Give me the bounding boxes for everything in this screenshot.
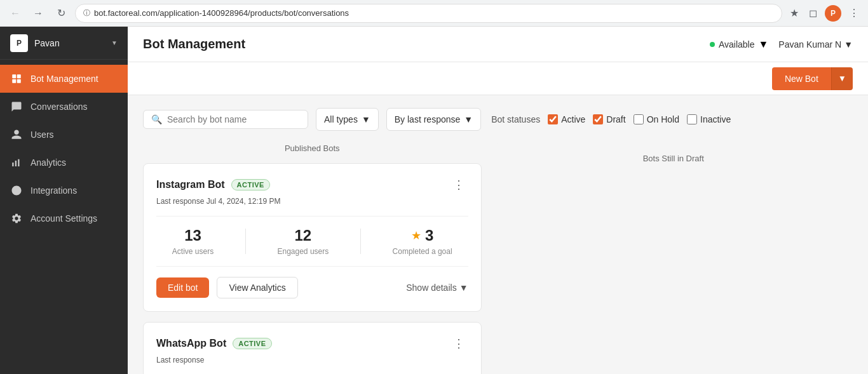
account-settings-icon [10,212,23,225]
header-right: Available ▼ Pavan Kumar N ▼ [710,39,853,50]
sidebar-item-integrations[interactable]: Integrations [0,177,128,204]
instagram-bot-last-response: Last response Jul 4, 2024, 12:19 PM [156,197,468,206]
engaged-users-value: 12 [278,227,329,244]
completed-goal-label: Completed a goal [393,247,452,256]
sidebar-users-label: Users [31,130,54,140]
draft-bots-header: Bots Still in Draft [505,154,843,163]
instagram-show-details-button[interactable]: Show details ▼ [406,283,468,293]
completed-goal-value: 3 [425,227,433,244]
sidebar-item-analytics[interactable]: Analytics [0,149,128,177]
all-types-label: All types [324,114,358,124]
new-bot-btn-group: New Bot ▼ [772,67,853,90]
extensions-button[interactable]: ◻ [806,4,820,22]
new-bot-dropdown-button[interactable]: ▼ [831,67,853,90]
back-button[interactable]: ← [6,4,24,22]
active-checkbox-item[interactable]: Active [548,114,585,124]
integrations-icon [10,184,23,197]
instagram-edit-bot-button[interactable]: Edit bot [156,277,209,298]
whatsapp-bot-name-row: WhatsApp Bot ACTIVE [156,338,272,349]
workspace-name: Pavan [34,38,60,48]
browser-chrome: ← → ↻ ⓘ bot.factoreal.com/application-14… [0,0,868,27]
page-title: Bot Management [143,37,245,51]
sidebar-item-bot-management[interactable]: Bot Management [0,65,128,93]
instagram-bot-name: Instagram Bot [156,179,225,190]
instagram-bot-name-row: Instagram Bot ACTIVE [156,179,270,190]
engaged-users-label: Engaged users [278,247,329,256]
workspace-chevron-icon: ▼ [111,39,118,46]
menu-button[interactable]: ⋮ [846,4,862,22]
on-hold-checkbox-item[interactable]: On Hold [634,114,679,124]
user-chevron-icon: ▼ [844,39,853,50]
draft-checkbox-item[interactable]: Draft [593,114,625,124]
sidebar-item-account-settings[interactable]: Account Settings [0,204,128,232]
filter-bar: 🔍 All types ▼ By last response ▼ Bot sta… [143,108,853,131]
app-container: P Pavan ▼ Bot Management Conversations [0,27,868,374]
draft-checkbox-label: Draft [606,114,625,124]
instagram-bot-actions: Edit bot View Analytics Show details ▼ [156,277,468,298]
inactive-checkbox[interactable] [687,114,697,124]
analytics-icon [10,156,23,169]
url-bar[interactable]: ⓘ bot.factoreal.com/application-14009289… [75,4,782,23]
search-input[interactable] [167,114,300,124]
inactive-checkbox-item[interactable]: Inactive [687,114,731,124]
show-details-chevron-icon: ▼ [459,283,468,293]
active-checkbox[interactable] [548,114,558,124]
bot-sections: Published Bots Instagram Bot ACTIVE ⋮ La… [143,144,853,374]
engaged-users-stat: 12 Engaged users [278,227,329,256]
sidebar-item-users[interactable]: Users [0,121,128,149]
whatsapp-bot-last-response: Last response [156,356,468,364]
instagram-view-analytics-button[interactable]: View Analytics [217,277,297,298]
whatsapp-bot-name: WhatsApp Bot [156,338,226,349]
workspace-selector[interactable]: P Pavan [10,34,60,52]
instagram-bot-status-badge: ACTIVE [231,179,270,190]
all-types-chevron-icon: ▼ [362,114,370,124]
search-box[interactable]: 🔍 [143,110,308,129]
sidebar: P Pavan ▼ Bot Management Conversations [0,27,128,374]
bot-statuses-label: Bot statuses [491,114,540,124]
inactive-checkbox-label: Inactive [700,114,731,124]
draft-checkbox[interactable] [593,114,603,124]
star-icon: ★ [411,229,421,243]
top-header: Bot Management Available ▼ Pavan Kumar N… [128,27,868,62]
status-text: Available [719,39,755,50]
bot-management-icon [10,72,23,85]
forward-button[interactable]: → [29,4,47,22]
reload-button[interactable]: ↻ [52,4,70,22]
sidebar-bot-management-label: Bot Management [31,74,98,84]
published-bots-header: Published Bots [143,144,482,153]
browser-action-buttons: ★ ◻ P ⋮ [787,4,862,22]
url-text: bot.factoreal.com/application-1400928964… [94,8,774,18]
sidebar-nav: Bot Management Conversations Users Analy… [0,60,128,374]
by-last-response-filter[interactable]: By last response ▼ [386,108,481,131]
sidebar-integrations-label: Integrations [31,185,77,196]
users-icon [10,128,23,141]
active-checkbox-label: Active [561,114,585,124]
conversations-icon [10,100,23,113]
all-types-filter[interactable]: All types ▼ [316,108,379,131]
svg-rect-6 [18,159,19,166]
user-info[interactable]: Pavan Kumar N ▼ [778,39,853,50]
svg-rect-0 [12,74,16,78]
on-hold-checkbox[interactable] [634,114,644,124]
published-bots-section: Published Bots Instagram Bot ACTIVE ⋮ La… [143,144,482,374]
active-users-label: Active users [172,247,214,256]
status-indicator[interactable]: Available ▼ [710,39,768,50]
stat-divider-1 [245,229,246,254]
by-last-response-chevron-icon: ▼ [464,114,473,124]
whatsapp-bot-more-button[interactable]: ⋮ [449,335,468,352]
draft-bots-section: Bots Still in Draft [494,144,853,374]
svg-rect-2 [12,79,16,83]
whatsapp-bot-card: WhatsApp Bot ACTIVE ⋮ Last response [143,322,482,374]
sidebar-item-conversations[interactable]: Conversations [0,93,128,121]
sidebar-conversations-label: Conversations [31,102,88,112]
bookmark-button[interactable]: ★ [787,4,801,22]
completed-goal-stat: ★ 3 Completed a goal [393,227,452,256]
instagram-bot-more-button[interactable]: ⋮ [449,177,468,193]
status-chevron-icon: ▼ [758,39,768,50]
svg-rect-1 [17,74,21,78]
browser-user-avatar[interactable]: P [825,5,841,22]
search-icon: 🔍 [151,114,162,124]
toolbar: New Bot ▼ [128,62,868,95]
active-users-value: 13 [172,227,214,244]
new-bot-button[interactable]: New Bot [772,67,831,90]
